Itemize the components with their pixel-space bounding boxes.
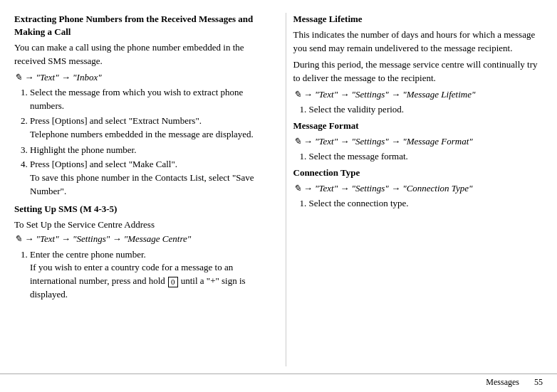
right-step1: Select the validity period. bbox=[309, 103, 543, 117]
right-step1-text: Select the validity period. bbox=[309, 104, 405, 115]
left-step2-1: Enter the centre phone number. If you wi… bbox=[30, 248, 264, 302]
right-steps1-list: Select the validity period. bbox=[309, 103, 543, 117]
right-step3-text: Select the connection type. bbox=[309, 198, 409, 208]
right-step2: Select the message format. bbox=[309, 150, 543, 164]
right-step2-text: Select the message format. bbox=[309, 151, 408, 161]
left-steps2-list: Enter the centre phone number. If you wi… bbox=[30, 248, 264, 302]
right-column: Message Lifetime This indicates the numb… bbox=[286, 13, 543, 366]
left-step-4-sub: To save this phone number in the Contact… bbox=[30, 171, 264, 198]
right-nav2: ✎ → "Text" → "Settings" → "Message Forma… bbox=[293, 135, 543, 148]
left-step-2: Press [Options] and select "Extract Numb… bbox=[30, 115, 264, 142]
left-step-2-sub: Telephone numbers embedded in the messag… bbox=[30, 128, 264, 142]
right-step3: Select the connection type. bbox=[309, 197, 543, 211]
right-steps3-list: Select the connection type. bbox=[309, 197, 543, 211]
left-section2-sub: To Set Up the Service Centre Address bbox=[14, 218, 264, 231]
footer-label: Messages bbox=[486, 377, 519, 387]
right-section3-title: Connection Type bbox=[293, 166, 543, 179]
left-nav2: ✎ → "Text" → "Settings" → "Message Centr… bbox=[14, 233, 264, 245]
right-nav1: ✎ → "Text" → "Settings" → "Message Lifet… bbox=[293, 88, 543, 101]
right-nav3: ✎ → "Text" → "Settings" → "Connection Ty… bbox=[293, 182, 543, 195]
left-step-3: Highlight the phone number. bbox=[30, 144, 264, 157]
right-section1-p2: During this period, the message service … bbox=[293, 58, 543, 85]
left-nav1: ✎ → "Text" → "Inbox" bbox=[14, 71, 264, 84]
left-steps-list: Select the message from which you wish t… bbox=[30, 86, 264, 198]
left-step-1: Select the message from which you wish t… bbox=[30, 86, 264, 113]
left-step2-1-text: Enter the centre phone number. bbox=[30, 249, 146, 260]
left-step2-1-sub: If you wish to enter a country code for … bbox=[30, 261, 264, 302]
left-section2-title: Setting Up SMS (M 4-3-5) bbox=[14, 203, 264, 216]
right-section1-p1: This indicates the number of days and ho… bbox=[293, 28, 543, 55]
left-step-2-text: Press [Options] and select "Extract Numb… bbox=[30, 115, 202, 126]
left-intro: You can make a call using the phone numb… bbox=[14, 41, 264, 68]
footer-bar: Messages 55 bbox=[0, 374, 557, 392]
page-container: Extracting Phone Numbers from the Receiv… bbox=[0, 0, 557, 392]
keyboard-icon: 0 bbox=[168, 277, 178, 287]
left-main-title: Extracting Phone Numbers from the Receiv… bbox=[14, 13, 264, 38]
right-section2-title: Message Format bbox=[293, 120, 543, 132]
left-column: Extracting Phone Numbers from the Receiv… bbox=[14, 13, 271, 366]
right-section1-title: Message Lifetime bbox=[293, 13, 543, 26]
content-area: Extracting Phone Numbers from the Receiv… bbox=[0, 0, 557, 374]
footer-text: Messages 55 bbox=[486, 377, 543, 388]
left-step-1-text: Select the message from which you wish t… bbox=[30, 87, 243, 111]
left-step-3-text: Highlight the phone number. bbox=[30, 144, 136, 155]
left-step-4: Press [Options] and select "Make Call". … bbox=[30, 158, 264, 198]
footer-page: 55 bbox=[534, 377, 543, 387]
left-step-4-text: Press [Options] and select "Make Call". bbox=[30, 159, 177, 169]
right-steps2-list: Select the message format. bbox=[309, 150, 543, 164]
